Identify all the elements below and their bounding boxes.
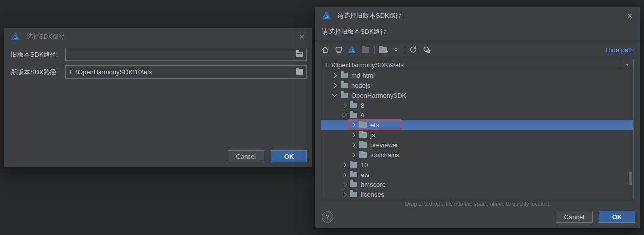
help-button[interactable]: ? xyxy=(322,211,333,223)
file-chooser-dialog: 请选择旧版本SDK路径 ✕ 请选择旧版本SDK路径 + ✕ Hide path … xyxy=(315,7,640,228)
chooser-toolbar: + ✕ Hide path xyxy=(315,43,640,57)
folder-icon xyxy=(341,73,348,78)
old-sdk-path-label: 旧版本SDK路径: xyxy=(11,50,65,59)
tree-item-9[interactable]: 9 xyxy=(321,110,633,120)
tree-item-OpenHarmonySDK[interactable]: OpenHarmonySDK xyxy=(321,90,633,100)
tree-item-label: toolchains xyxy=(370,151,399,159)
tree-item-label: nodejs xyxy=(351,82,370,89)
new-sdk-path-input[interactable] xyxy=(70,68,293,76)
old-sdk-path-row: 旧版本SDK路径: xyxy=(11,48,307,61)
tree-item-label: js xyxy=(370,131,375,139)
left-dialog-footer: Cancel OK xyxy=(228,150,307,162)
browse-folder-icon[interactable] xyxy=(296,69,303,76)
tree-indent xyxy=(321,155,351,155)
tree-indent xyxy=(321,165,342,165)
close-icon[interactable]: ✕ xyxy=(299,33,305,40)
tree-item-label: OpenHarmonySDK xyxy=(351,92,406,99)
tree-indent xyxy=(321,135,351,135)
folder-icon xyxy=(350,192,357,197)
vertical-scrollbar[interactable] xyxy=(629,172,632,185)
tree-item-label: 10 xyxy=(361,161,368,169)
folder-icon xyxy=(350,103,357,108)
tree-item-licenses[interactable]: licenses xyxy=(321,189,633,199)
drag-drop-hint: Drag and drop a file into the space abov… xyxy=(315,201,640,207)
tree-item-label: 9 xyxy=(361,112,364,119)
tree-item-js[interactable]: js xyxy=(321,130,633,140)
folder-icon xyxy=(341,93,348,98)
deveco-logo-icon xyxy=(322,11,331,20)
tree-item-10[interactable]: 10 xyxy=(321,160,633,170)
home-icon[interactable] xyxy=(321,45,330,54)
tree-item-label: previewer xyxy=(370,141,398,149)
tree-item-label: ets xyxy=(361,171,369,178)
tree-item-nodejs[interactable]: nodejs xyxy=(321,80,633,90)
chooser-description: 请选择旧版本SDK路径 xyxy=(315,24,640,41)
cancel-button[interactable]: Cancel xyxy=(556,211,593,223)
chevron-right-icon[interactable] xyxy=(351,142,356,147)
chevron-down-icon[interactable]: ▼ xyxy=(621,59,633,71)
ok-button[interactable]: OK xyxy=(599,211,635,223)
path-combobox-value: E:\OpenHarmonySDK\9\ets xyxy=(321,61,621,69)
chevron-right-icon[interactable] xyxy=(342,172,347,177)
tree-indent xyxy=(321,105,342,106)
folder-icon xyxy=(350,172,357,177)
refresh-icon[interactable] xyxy=(409,45,418,54)
browse-folder-icon[interactable] xyxy=(296,51,303,59)
old-sdk-path-field[interactable] xyxy=(65,48,307,61)
tree-item-hmscore[interactable]: hmscore xyxy=(321,179,633,189)
chevron-right-icon[interactable] xyxy=(332,83,337,88)
delete-icon[interactable]: ✕ xyxy=(392,45,400,54)
old-sdk-path-input[interactable] xyxy=(70,51,293,58)
new-sdk-path-row: 新版本SDK路径: xyxy=(11,65,307,79)
chevron-right-icon[interactable] xyxy=(332,73,337,78)
select-sdk-path-dialog: 选择SDK路径 ✕ 旧版本SDK路径: 新版本SDK路径: Cancel OK xyxy=(4,28,312,167)
tree-indent xyxy=(321,125,351,125)
tree-indent xyxy=(321,175,342,175)
tree-item-label: 8 xyxy=(361,102,364,109)
chevron-right-icon[interactable] xyxy=(342,162,347,167)
folder-icon xyxy=(350,113,357,118)
tree-item-previewer[interactable]: previewer xyxy=(321,140,633,150)
tree-item-8[interactable]: 8 xyxy=(321,100,633,110)
cancel-button[interactable]: Cancel xyxy=(228,150,264,162)
chevron-right-icon[interactable] xyxy=(342,103,347,108)
project-folder-icon xyxy=(361,45,370,54)
tree-indent xyxy=(321,115,342,116)
new-sdk-path-field[interactable] xyxy=(65,65,307,79)
new-sdk-path-label: 新版本SDK路径: xyxy=(11,68,65,77)
tree-indent xyxy=(321,75,333,76)
tree-indent xyxy=(321,194,342,195)
chevron-right-icon[interactable] xyxy=(342,182,347,187)
show-hidden-files-icon[interactable] xyxy=(422,45,431,54)
new-folder-icon[interactable]: + xyxy=(378,45,387,54)
left-dialog-titlebar: 选择SDK路径 ✕ xyxy=(4,28,312,45)
folder-icon xyxy=(350,182,357,187)
toolbar-separator xyxy=(374,46,375,54)
tree-item-md-html[interactable]: md-html xyxy=(321,70,633,80)
file-tree[interactable]: md-htmlnodejsOpenHarmonySDK89etsjsprevie… xyxy=(321,70,634,199)
deveco-logo-icon xyxy=(11,32,20,41)
tree-indent xyxy=(321,145,351,145)
tree-item-label: licenses xyxy=(361,191,384,198)
desktop-icon[interactable] xyxy=(334,45,343,54)
tree-item-toolchains[interactable]: toolchains xyxy=(321,150,633,160)
deveco-module-icon[interactable] xyxy=(347,45,356,54)
hide-path-link[interactable]: Hide path xyxy=(606,46,634,54)
chevron-right-icon[interactable] xyxy=(342,192,347,197)
tree-indent xyxy=(321,184,342,185)
tree-item-label: hmscore xyxy=(361,181,386,188)
close-icon[interactable]: ✕ xyxy=(627,12,633,19)
ok-button[interactable]: OK xyxy=(271,150,307,162)
tree-item-ets[interactable]: ets xyxy=(321,170,633,179)
chevron-right-icon[interactable] xyxy=(351,122,356,127)
chevron-right-icon[interactable] xyxy=(351,152,356,157)
tree-item-ets[interactable]: ets xyxy=(321,120,633,130)
dialog-title: 选择SDK路径 xyxy=(26,32,65,41)
tree-indent xyxy=(321,85,333,86)
folder-icon xyxy=(359,132,367,138)
chevron-right-icon[interactable] xyxy=(351,132,356,137)
chevron-down-icon[interactable] xyxy=(332,92,337,97)
folder-icon xyxy=(359,142,367,148)
chevron-down-icon[interactable] xyxy=(342,112,347,117)
folder-icon xyxy=(359,122,367,128)
